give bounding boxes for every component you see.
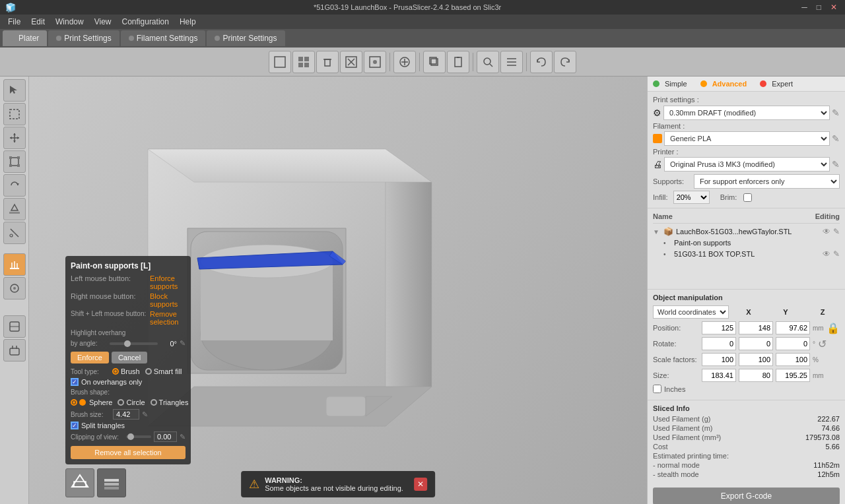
toolbar-undo[interactable] <box>530 51 553 73</box>
tool-move[interactable] <box>3 127 26 149</box>
view-layers-button[interactable] <box>97 468 126 497</box>
x-rotate-input[interactable] <box>702 337 736 350</box>
visibility-toggle-root[interactable]: 👁 <box>823 227 830 236</box>
warning-close-button[interactable]: ✕ <box>414 478 427 491</box>
toolbar-add-shape[interactable] <box>393 51 416 73</box>
tool-bottom-icons1[interactable] <box>3 315 26 338</box>
visibility-toggle-child2[interactable]: 👁 <box>823 249 830 259</box>
y-size-input[interactable] <box>739 369 773 382</box>
split-triangles-row[interactable]: Split triangles <box>71 422 186 429</box>
tool-rotate[interactable] <box>3 174 26 197</box>
tool-supports[interactable] <box>3 253 26 276</box>
menu-file[interactable]: File <box>3 15 26 29</box>
z-rotate-input[interactable] <box>776 337 810 350</box>
maximize-button[interactable]: □ <box>814 3 824 12</box>
tree-box-top-item[interactable]: • 51G03-11 BOX TOP.STL 👁 ✎ <box>653 248 840 260</box>
sphere-radio[interactable] <box>71 399 77 406</box>
toolbar-add-object[interactable] <box>269 51 291 73</box>
z-position-input[interactable] <box>776 321 810 334</box>
tab-printer-settings[interactable]: Printer Settings <box>207 30 285 46</box>
z-scale-input[interactable] <box>776 353 810 366</box>
print-profile-select[interactable]: 0.30mm DRAFT (modified) <box>663 106 830 120</box>
toolbar-delete-all[interactable] <box>340 51 362 73</box>
triangles-radio[interactable] <box>151 399 157 406</box>
triangles-option[interactable]: Triangles <box>151 398 189 406</box>
view-3d-button[interactable] <box>65 468 94 497</box>
toolbar-layers[interactable] <box>500 51 523 73</box>
x-scale-input[interactable] <box>702 353 736 366</box>
close-button[interactable]: ✕ <box>828 3 840 12</box>
rot-reset-btn[interactable]: ↺ <box>818 338 827 350</box>
print-edit-btn[interactable]: ✎ <box>832 108 840 118</box>
smart-fill-radio[interactable] <box>145 368 152 375</box>
export-gcode-button[interactable]: Export G-code <box>653 488 840 504</box>
brush-size-input[interactable] <box>113 409 139 420</box>
tab-plater[interactable]: Plater <box>3 30 47 46</box>
edit-root-btn[interactable]: ✎ <box>833 227 840 236</box>
toolbar-more[interactable] <box>364 51 386 73</box>
split-triangles-checkbox[interactable] <box>71 422 79 429</box>
brush-radio[interactable] <box>112 368 119 375</box>
menu-view[interactable]: View <box>89 15 117 29</box>
enforce-button[interactable]: Enforce <box>71 352 109 363</box>
brush-option[interactable]: Brush <box>112 367 140 375</box>
tree-root-item[interactable]: ▼ 📦 LauchBox-51G03...hewGTaylor.STL 👁 ✎ <box>653 226 840 237</box>
toolbar-paste[interactable] <box>447 51 469 73</box>
clipping-value-input[interactable] <box>154 431 177 442</box>
tree-expand-icon[interactable]: ▼ <box>653 228 661 236</box>
mode-expert[interactable]: Expert <box>760 80 793 88</box>
clipping-slider[interactable] <box>126 435 151 438</box>
sphere-option[interactable]: Sphere <box>71 398 112 406</box>
edit-clipping-icon[interactable]: ✎ <box>180 433 186 441</box>
filament-edit-btn[interactable]: ✎ <box>832 133 840 144</box>
minimize-button[interactable]: ─ <box>799 3 810 12</box>
toolbar-delete[interactable] <box>316 51 339 73</box>
mode-simple[interactable]: Simple <box>653 80 687 88</box>
brim-checkbox[interactable] <box>743 193 752 202</box>
edit-angle-icon[interactable]: ✎ <box>180 339 186 348</box>
menu-help[interactable]: Help <box>174 15 201 29</box>
toolbar-copy[interactable] <box>423 51 446 73</box>
y-rotate-input[interactable] <box>739 337 773 350</box>
edit-brush-size-icon[interactable]: ✎ <box>142 410 148 419</box>
mode-advanced[interactable]: Advanced <box>700 80 747 88</box>
menu-configuration[interactable]: Configuration <box>117 15 174 29</box>
y-position-input[interactable] <box>739 321 773 334</box>
remove-all-button[interactable]: Remove all selection <box>71 446 186 459</box>
pos-lock-btn[interactable]: 🔒 <box>827 322 840 334</box>
toolbar-redo[interactable] <box>554 51 576 73</box>
smart-fill-option[interactable]: Smart fill <box>145 367 182 375</box>
toolbar-arrange[interactable] <box>292 51 315 73</box>
tool-seam[interactable] <box>3 277 26 299</box>
infill-select[interactable]: 20% <box>673 191 710 204</box>
viewport[interactable]: Paint-on supports [L] Left mouse button:… <box>29 77 647 504</box>
circle-radio[interactable] <box>118 399 124 406</box>
x-position-input[interactable] <box>702 321 736 334</box>
on-overhangs-row[interactable]: On overhangs only <box>71 378 186 386</box>
coordinate-system-select[interactable]: World coordinates <box>653 305 729 319</box>
x-size-input[interactable] <box>702 369 736 382</box>
menu-window[interactable]: Window <box>50 15 89 29</box>
supports-select[interactable]: For support enforcers only <box>694 174 840 189</box>
printer-select[interactable]: Original Prusa i3 MK3 (modified) <box>664 157 830 172</box>
tab-filament-settings[interactable]: Filament Settings <box>121 30 206 46</box>
tree-paint-supports-item[interactable]: • Paint-on supports <box>653 237 840 248</box>
printer-edit-btn[interactable]: ✎ <box>832 159 840 170</box>
tool-box-select[interactable] <box>3 103 26 125</box>
tab-print-settings[interactable]: Print Settings <box>48 30 119 46</box>
circle-option[interactable]: Circle <box>118 398 145 406</box>
tool-bottom-icons2[interactable] <box>3 339 26 362</box>
edit-child2-btn[interactable]: ✎ <box>833 249 840 259</box>
tool-scale[interactable] <box>3 150 26 173</box>
cancel-button[interactable]: Cancel <box>112 352 147 363</box>
filament-select[interactable]: Generic PLA <box>664 131 830 146</box>
menu-edit[interactable]: Edit <box>26 15 50 29</box>
angle-slider[interactable] <box>110 342 158 345</box>
tool-select[interactable] <box>3 79 26 102</box>
y-scale-input[interactable] <box>739 353 773 366</box>
on-overhangs-checkbox[interactable] <box>71 378 79 386</box>
tool-cut[interactable] <box>3 222 26 244</box>
toolbar-search[interactable] <box>477 51 499 73</box>
inches-checkbox[interactable] <box>653 385 661 393</box>
tool-flatten[interactable] <box>3 198 26 220</box>
